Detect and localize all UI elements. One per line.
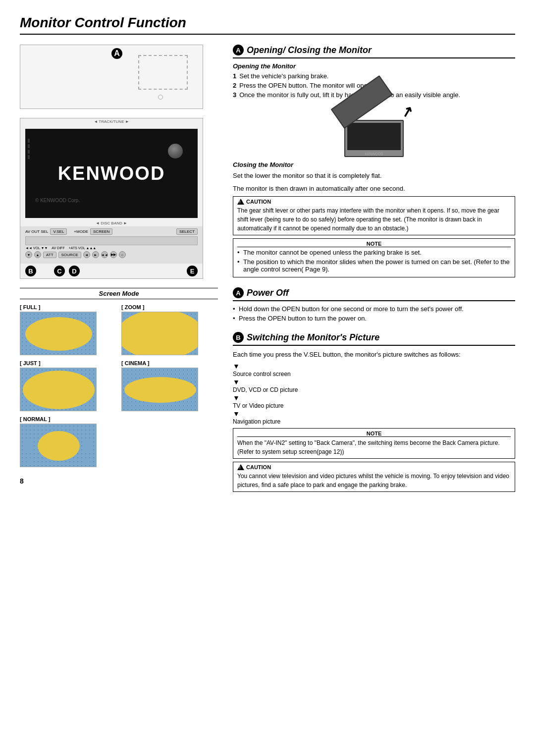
power-btn[interactable]: ○	[119, 251, 126, 258]
screen-mode-normal: [ NORMAL ]	[20, 416, 116, 467]
switch-arrow-row-4: ▼	[233, 410, 515, 417]
device-small-circle	[158, 95, 163, 100]
step-2-num: 2	[233, 82, 236, 89]
screen-mode-zoom: [ ZOOM ]	[121, 304, 218, 355]
note-box-switching: NOTE When the "AV-IN2" setting to "Back …	[233, 428, 515, 459]
up-btn[interactable]: ▲	[34, 251, 41, 258]
opening-subtitle: Opening the Monitor	[233, 62, 515, 70]
main-layout: A ◄ TRACK/TUNE ► KENWOOD © KENWOOD Corp.…	[20, 45, 515, 502]
screen-mode-title: Screen Mode	[20, 288, 218, 299]
device-main-illustration: ◄ TRACK/TUNE ► KENWOOD © KENWOOD Corp. ◄…	[20, 118, 203, 279]
screen-mode-cinema-label: [ CINEMA ]	[121, 360, 149, 366]
section-circle-b: B	[233, 332, 244, 343]
skip-next-btn[interactable]: ▶▶	[110, 251, 117, 258]
note-bullet-1: The monitor cannot be opened unless the …	[237, 249, 511, 256]
switch-item-4: Navigation picture	[233, 418, 515, 425]
screen-thumb-full	[20, 312, 97, 355]
screen-mode-full: [ FULL ]	[20, 304, 116, 355]
screen-thumb-normal	[20, 424, 97, 467]
switch-item-2: DVD, VCD or CD picture	[233, 386, 515, 393]
skip-prev-btn[interactable]: ◄◄	[101, 251, 108, 258]
device-bottom-labels: B C D E	[20, 264, 203, 278]
caution-box-switching: CAUTION You cannot view television and v…	[233, 462, 515, 492]
switch-arrow-row-3: ▼	[233, 394, 515, 401]
section-header-power: A Power Off	[233, 287, 515, 301]
source-btn[interactable]: SOURCE	[58, 252, 81, 258]
ctrl-row-3: ▼ ▲ ATT SOURCE ◄ ► ◄◄ ▶▶ ○	[25, 251, 198, 258]
caution-triangle-icon	[237, 199, 244, 205]
section-title-opening: Opening/ Closing the Monitor	[247, 45, 372, 55]
label-a-top: A	[111, 48, 122, 59]
section-title-power: Power Off	[247, 288, 289, 298]
screen-mode-full-label: [ FULL ]	[20, 304, 40, 310]
down-arrow-1: ▼	[233, 363, 240, 370]
note-header-switching: NOTE	[237, 431, 511, 437]
section-circle-a1: A	[233, 45, 244, 55]
down-arrow-4: ▼	[233, 410, 240, 417]
down-arrow-3: ▼	[233, 394, 240, 401]
screen-circle-dot	[168, 144, 183, 159]
switch-item-2-text: DVD, VCD or CD picture	[233, 386, 298, 393]
step-1-num: 1	[233, 72, 236, 80]
screen-thumb-zoom	[121, 312, 198, 355]
screen-mode-normal-label: [ NORMAL ]	[20, 416, 51, 422]
switch-item-3: TV or Video picture	[233, 402, 515, 409]
down-btn[interactable]: ▼	[25, 251, 32, 258]
screen-btn[interactable]: SCREEN	[90, 228, 112, 235]
open-arrow: ↗	[399, 103, 415, 121]
note-box-closing: NOTE The monitor cannot be opened unless…	[233, 238, 515, 277]
next-btn[interactable]: ►	[92, 251, 99, 258]
section-switching: B Switching the Monitor's Picture Each t…	[233, 332, 515, 492]
monitor-body: KENWOOD	[344, 120, 404, 157]
att-btn[interactable]: ATT	[43, 252, 56, 258]
section-opening-closing: A Opening/ Closing the Monitor Opening t…	[233, 45, 515, 277]
switch-item-1-text: Source control screen	[233, 371, 291, 378]
screen-mode-zoom-label: [ ZOOM ]	[121, 304, 144, 310]
ctrl-row-1: AV OUT SEL V.SEL +MODE SCREEN SELECT	[25, 228, 198, 235]
label-c: C	[54, 266, 65, 276]
screen-mode-grid: [ FULL ] [ ZOOM ] [ JUST ]	[20, 304, 218, 467]
section-circle-a2: A	[233, 287, 244, 298]
note-bullet-2: The position to which the monitor slides…	[237, 258, 511, 273]
left-column: A ◄ TRACK/TUNE ► KENWOOD © KENWOOD Corp.…	[20, 45, 218, 502]
closing-text2: The monitor is then drawn in automatical…	[233, 184, 515, 194]
ctrl-row-2: ◄◄ VOL ▼▼ AV DIFF +ATS VOL ▲▲▲	[25, 246, 198, 250]
label-d: D	[69, 266, 80, 276]
step-1-text: Set the vehicle's parking brake.	[239, 72, 328, 80]
right-column: A Opening/ Closing the Monitor Opening t…	[233, 45, 515, 502]
select-btn[interactable]: SELECT	[176, 228, 198, 235]
step-3-num: 3	[233, 91, 236, 99]
switch-arrow-row-2: ▼	[233, 378, 515, 385]
monitor-open-illustration: KENWOOD ↗	[329, 103, 419, 157]
section-header-switching: B Switching the Monitor's Picture	[233, 332, 515, 346]
switch-arrow-row-1: ▼	[233, 363, 515, 370]
device-controls: AV OUT SEL V.SEL +MODE SCREEN SELECT ◄◄ …	[20, 226, 203, 264]
dashed-screen-box	[138, 55, 188, 90]
screen-mode-just-label: [ JUST ]	[20, 360, 41, 366]
switch-arrows: ▼ Source control screen ▼ DVD, VCD or CD…	[233, 363, 515, 425]
section-header-opening: A Opening/ Closing the Monitor	[233, 45, 515, 58]
kenwood-corp: © KENWOOD Corp.	[35, 198, 80, 203]
note-text-switching: When the "AV-IN2" setting to "Back Camer…	[237, 438, 511, 456]
section-power-off: A Power Off Hold down the OPEN button fo…	[233, 287, 515, 322]
screen-mode-just: [ JUST ]	[20, 360, 116, 411]
section-title-switching: Switching the Monitor's Picture	[247, 332, 379, 343]
caution-header-switching: CAUTION	[237, 464, 511, 470]
caution-triangle-switching-icon	[237, 464, 244, 470]
note-header-closing: NOTE	[237, 241, 511, 247]
note-bullets: The monitor cannot be opened unless the …	[237, 249, 511, 273]
switch-item-4-text: Navigation picture	[233, 418, 280, 425]
prev-btn[interactable]: ◄	[83, 251, 90, 258]
switch-item-1: Source control screen	[233, 371, 515, 378]
vertical-bars	[28, 139, 30, 159]
step-2-text: Press the OPEN button. The monitor will …	[239, 82, 373, 89]
screen-thumb-just	[20, 368, 97, 411]
caution-text-switching: You cannot view television and video pic…	[237, 472, 511, 489]
page-title: Monitor Control Function	[20, 15, 515, 35]
power-bullets: Hold down the OPEN button for one second…	[233, 305, 515, 322]
caution-text-closing: The gear shift lever or other parts may …	[237, 206, 511, 233]
vsel-btn[interactable]: V.SEL	[50, 228, 67, 235]
switch-item-3-text: TV or Video picture	[233, 402, 284, 409]
caution-label-closing: CAUTION	[246, 199, 271, 205]
kenwood-logo: KENWOOD	[58, 163, 165, 184]
